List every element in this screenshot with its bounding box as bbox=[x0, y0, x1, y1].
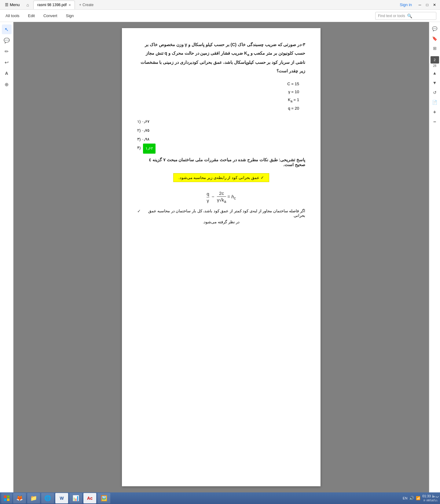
pdf-page: ۳-در صورتی که ضریب چسبندگی خاک (C) بر حس… bbox=[122, 28, 321, 486]
total-pages: 28 bbox=[431, 64, 439, 68]
speaker-icon[interactable]: 🔊 bbox=[409, 496, 414, 500]
option-1: ۰٫۶۷ (۱ bbox=[137, 117, 305, 126]
firefox-app[interactable]: 🦊 bbox=[13, 493, 26, 503]
all-tools-menu[interactable]: All tools bbox=[4, 12, 21, 19]
pdf-tab[interactable]: rasmi 98 1398.pdf ✕ bbox=[33, 1, 75, 9]
comment-tool[interactable]: 💬 bbox=[2, 35, 12, 45]
edit-menu[interactable]: Edit bbox=[26, 12, 37, 19]
title-bar: ☰ Menu ⌂ rasmi 98 1398.pdf ✕ + Create Si… bbox=[0, 0, 440, 10]
var-gamma: γ = 10 bbox=[137, 88, 299, 96]
menu-bar: All tools Edit Convert Sign Find text or… bbox=[0, 10, 440, 22]
close-button[interactable]: ✕ bbox=[431, 2, 438, 8]
taskbar: 🦊 📁 🌐 W 📊 Ac 🖼️ EN 🔊 📶 01:33 ب.ظ ۲۰۲۳/۱۲… bbox=[0, 492, 440, 504]
checkmark-icon: ✓ bbox=[137, 209, 141, 214]
sign-menu[interactable]: Sign bbox=[64, 12, 75, 19]
svg-rect-1 bbox=[7, 495, 9, 498]
bookmark-btn[interactable]: 🔖 bbox=[431, 34, 439, 43]
svg-rect-0 bbox=[4, 495, 6, 498]
stamp-tool[interactable]: ⊕ bbox=[2, 79, 12, 89]
text-tool[interactable]: A bbox=[2, 68, 12, 78]
main-content: ۳-در صورتی که ضریب چسبندگی خاک (C) بر حس… bbox=[13, 22, 429, 492]
search-box[interactable]: Find text or tools 🔍 bbox=[375, 12, 436, 20]
zoom-out-btn[interactable]: − bbox=[431, 118, 439, 126]
refresh-btn[interactable]: ↺ bbox=[431, 88, 439, 97]
word-app[interactable]: W bbox=[55, 493, 68, 503]
window-controls: ─ □ ✕ bbox=[417, 2, 438, 8]
tab-title: rasmi 98 1398.pdf bbox=[37, 3, 67, 7]
page-down-btn[interactable]: ▼ bbox=[431, 79, 439, 87]
sign-in-button[interactable]: Sign in bbox=[396, 1, 416, 8]
svg-rect-2 bbox=[4, 499, 6, 501]
menu-label: Menu bbox=[10, 2, 20, 7]
grid-btn[interactable]: ⊞ bbox=[431, 44, 439, 53]
option-4-correct: ۱٫۶۲ bbox=[143, 144, 156, 154]
page-number-badge: 2 bbox=[431, 56, 439, 64]
page-up-btn[interactable]: ▲ bbox=[431, 69, 439, 77]
close-tab-icon[interactable]: ✕ bbox=[68, 3, 71, 7]
answer-label: پاسخ تشریحی: طبق نکات مطرح شده در مباحث … bbox=[137, 157, 305, 167]
cursor-tool[interactable]: ↖ bbox=[2, 24, 12, 34]
option-4-num: (۴ bbox=[137, 144, 141, 154]
option-1-text: ۰٫۶۷ (۱ bbox=[137, 117, 149, 126]
highlight-box: ✓ عمق بحرانی کود از رابطه‌ی زیر محاسبه م… bbox=[173, 173, 269, 182]
time-display: 01:33 ب.ظ ۲۰۲۳/۱۲/۱۱ bbox=[422, 494, 439, 502]
doc-view-btn[interactable]: 📄 bbox=[431, 98, 439, 107]
right-sidebar: 💬 🔖 ⊞ 2 28 ▲ ▼ ↺ 📄 + − bbox=[429, 22, 440, 492]
option-2-text: ۰٫۷۵ (۲ bbox=[137, 126, 149, 135]
option-2: ۰٫۷۵ (۲ bbox=[137, 126, 305, 135]
clock-date: ۲۰۲۳/۱۲/۱۱ bbox=[422, 499, 439, 502]
taskbar-apps: 🦊 📁 🌐 W 📊 Ac 🖼️ bbox=[1, 493, 111, 503]
svg-rect-3 bbox=[7, 499, 9, 501]
formula-block: hc = 2c γ√ka − q γ bbox=[137, 191, 305, 204]
acrobat-app[interactable]: Ac bbox=[83, 493, 96, 503]
search-label: Find text or tools bbox=[378, 14, 405, 18]
option-3: ۰٫۹۸ (۳ bbox=[137, 135, 305, 144]
menu-button[interactable]: ☰ Menu bbox=[2, 1, 22, 8]
left-toolbar: ↖ 💬 ✏ ↩ A ⊕ bbox=[0, 22, 13, 492]
start-button[interactable] bbox=[1, 493, 12, 503]
extra-app[interactable]: 🖼️ bbox=[97, 493, 110, 503]
question-text: ۳-در صورتی که ضریب چسبندگی خاک (C) بر حس… bbox=[137, 40, 305, 75]
hamburger-icon: ☰ bbox=[5, 2, 9, 7]
plus-icon: + bbox=[79, 3, 81, 7]
option-4: ۱٫۶۲ (۴ bbox=[137, 144, 305, 154]
search-icon[interactable]: 🔍 bbox=[407, 13, 412, 18]
highlight-box-wrap: ✓ عمق بحرانی کود از رابطه‌ی زیر محاسبه م… bbox=[137, 170, 305, 186]
var-q: q = 20 bbox=[137, 104, 299, 112]
ie-app[interactable]: 🌐 bbox=[41, 493, 54, 503]
excel-app[interactable]: 📊 bbox=[69, 493, 82, 503]
highlight-tool[interactable]: ✏ bbox=[2, 46, 12, 56]
create-button[interactable]: + Create bbox=[76, 2, 97, 8]
convert-menu[interactable]: Convert bbox=[42, 12, 59, 19]
var-c: C = 15 bbox=[137, 80, 299, 88]
option-3-text: ۰٫۹۸ (۳ bbox=[137, 135, 149, 144]
bullet-1: اگر فاصله ساختمان مجاور از لبه‌ی کود کمت… bbox=[137, 209, 305, 218]
clock-time: 01:33 ب.ظ bbox=[422, 494, 439, 498]
comments-panel-btn[interactable]: 💬 bbox=[431, 24, 439, 33]
draw-tool[interactable]: ↩ bbox=[2, 57, 12, 67]
lang-indicator: EN bbox=[403, 496, 407, 500]
bullet-1-text: اگر فاصله ساختمان مجاور از لبه‌ی کود کمت… bbox=[143, 209, 305, 218]
zoom-in-btn[interactable]: + bbox=[431, 108, 439, 116]
taskbar-sys: EN 🔊 📶 01:33 ب.ظ ۲۰۲۳/۱۲/۱۱ bbox=[403, 494, 439, 502]
home-button[interactable]: ⌂ bbox=[25, 1, 31, 9]
bullet-1-continuation: در نظر گرفته می‌شود. bbox=[137, 220, 305, 224]
maximize-button[interactable]: □ bbox=[424, 2, 430, 8]
variables-list: C = 15 γ = 10 Ka = 1 q = 20 bbox=[137, 80, 305, 112]
options-list: ۰٫۶۷ (۱ ۰٫۷۵ (۲ ۰٫۹۸ (۳ ۱٫۶۲ (۴ bbox=[137, 117, 305, 153]
minimize-button[interactable]: ─ bbox=[417, 2, 423, 8]
explorer-app[interactable]: 📁 bbox=[27, 493, 40, 503]
var-ka: Ka = 1 bbox=[137, 96, 299, 104]
tab-area: rasmi 98 1398.pdf ✕ + Create bbox=[33, 1, 97, 9]
network-icon[interactable]: 📶 bbox=[416, 496, 420, 500]
